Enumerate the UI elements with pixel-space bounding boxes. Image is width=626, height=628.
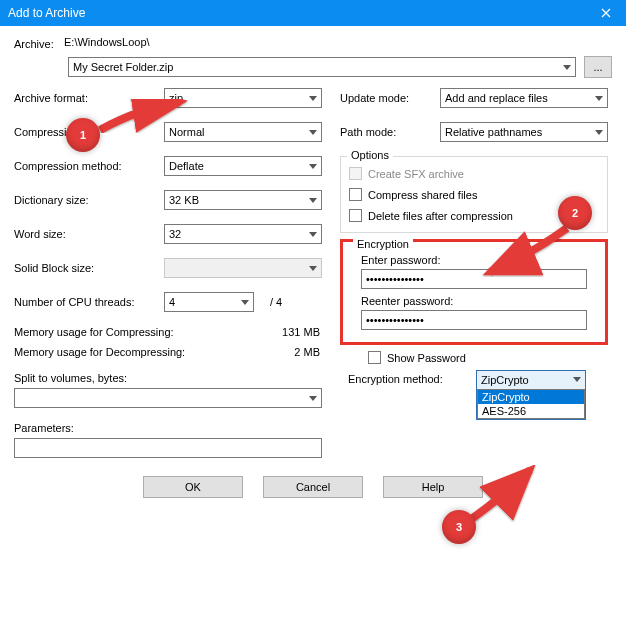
checkbox-icon bbox=[368, 351, 381, 364]
help-button[interactable]: Help bbox=[383, 476, 483, 498]
annotation-3: 3 bbox=[442, 510, 476, 544]
archive-path: E:\WindowsLoop\ bbox=[64, 36, 150, 52]
mem-decompress-value: 2 MB bbox=[224, 346, 322, 358]
compression-level-select[interactable]: Normal bbox=[164, 122, 322, 142]
split-label: Split to volumes, bytes: bbox=[14, 372, 322, 384]
enter-password-label: Enter password: bbox=[361, 254, 597, 266]
dialog-footer: OK Cancel Help bbox=[14, 464, 612, 512]
ok-label: OK bbox=[185, 481, 201, 493]
encryption-method-value: ZipCrypto bbox=[481, 374, 529, 386]
compression-method-select[interactable]: Deflate bbox=[164, 156, 322, 176]
path-mode-label: Path mode: bbox=[340, 126, 440, 138]
cancel-label: Cancel bbox=[296, 481, 330, 493]
ok-button[interactable]: OK bbox=[143, 476, 243, 498]
cancel-button[interactable]: Cancel bbox=[263, 476, 363, 498]
checkbox-icon bbox=[349, 188, 362, 201]
word-size-value: 32 bbox=[169, 228, 181, 240]
close-icon bbox=[601, 8, 611, 18]
cpu-total: / 4 bbox=[270, 296, 282, 308]
shared-checkbox[interactable]: Compress shared files bbox=[349, 188, 599, 201]
browse-button[interactable]: ... bbox=[584, 56, 612, 78]
cpu-threads-label: Number of CPU threads: bbox=[14, 296, 164, 308]
path-mode-value: Relative pathnames bbox=[445, 126, 542, 138]
archive-name-value: My Secret Folder.zip bbox=[73, 61, 173, 73]
archive-name-input[interactable]: My Secret Folder.zip bbox=[68, 57, 576, 77]
word-size-select[interactable]: 32 bbox=[164, 224, 322, 244]
options-legend: Options bbox=[347, 149, 393, 161]
archive-format-select[interactable]: zip bbox=[164, 88, 322, 108]
archive-format-label: Archive format: bbox=[14, 92, 164, 104]
close-button[interactable] bbox=[586, 0, 626, 26]
cpu-threads-select[interactable]: 4 bbox=[164, 292, 254, 312]
sfx-checkbox: Create SFX archive bbox=[349, 167, 599, 180]
encryption-legend: Encryption bbox=[353, 238, 413, 250]
archive-format-value: zip bbox=[169, 92, 183, 104]
solid-block-label: Solid Block size: bbox=[14, 262, 164, 274]
mem-compress-value: 131 MB bbox=[224, 326, 322, 338]
reenter-password-input[interactable]: ••••••••••••••• bbox=[361, 310, 587, 330]
checkbox-icon bbox=[349, 209, 362, 222]
archive-label: Archive: bbox=[14, 38, 64, 50]
delete-label: Delete files after compression bbox=[368, 210, 513, 222]
mem-compress-label: Memory usage for Compressing: bbox=[14, 326, 224, 338]
encryption-fieldset: Encryption Enter password: •••••••••••••… bbox=[340, 239, 608, 345]
parameters-label: Parameters: bbox=[14, 422, 322, 434]
annotation-2: 2 bbox=[558, 196, 592, 230]
dropdown-option[interactable]: AES-256 bbox=[478, 404, 584, 418]
enter-password-input[interactable]: ••••••••••••••• bbox=[361, 269, 587, 289]
compression-level-value: Normal bbox=[169, 126, 204, 138]
update-mode-value: Add and replace files bbox=[445, 92, 548, 104]
cpu-threads-value: 4 bbox=[169, 296, 175, 308]
dictionary-select[interactable]: 32 KB bbox=[164, 190, 322, 210]
dictionary-value: 32 KB bbox=[169, 194, 199, 206]
show-password-label: Show Password bbox=[387, 352, 466, 364]
dictionary-label: Dictionary size: bbox=[14, 194, 164, 206]
update-mode-label: Update mode: bbox=[340, 92, 440, 104]
parameters-input[interactable] bbox=[14, 438, 322, 458]
path-mode-select[interactable]: Relative pathnames bbox=[440, 122, 608, 142]
enter-password-value: ••••••••••••••• bbox=[366, 273, 424, 285]
sfx-label: Create SFX archive bbox=[368, 168, 464, 180]
mem-decompress-label: Memory usage for Decompressing: bbox=[14, 346, 224, 358]
compression-method-label: Compression method: bbox=[14, 160, 164, 172]
encryption-method-list: ZipCrypto AES-256 bbox=[477, 389, 585, 419]
split-select[interactable] bbox=[14, 388, 322, 408]
update-mode-select[interactable]: Add and replace files bbox=[440, 88, 608, 108]
checkbox-icon bbox=[349, 167, 362, 180]
word-size-label: Word size: bbox=[14, 228, 164, 240]
browse-label: ... bbox=[593, 61, 602, 73]
window-title: Add to Archive bbox=[8, 6, 85, 20]
compression-method-value: Deflate bbox=[169, 160, 204, 172]
annotation-1: 1 bbox=[66, 118, 100, 152]
solid-block-select[interactable] bbox=[164, 258, 322, 278]
show-password-checkbox[interactable]: Show Password bbox=[368, 351, 608, 364]
reenter-password-label: Reenter password: bbox=[361, 295, 597, 307]
reenter-password-value: ••••••••••••••• bbox=[366, 314, 424, 326]
dropdown-option[interactable]: ZipCrypto bbox=[478, 390, 584, 404]
help-label: Help bbox=[422, 481, 445, 493]
encryption-method-select[interactable]: ZipCrypto ZipCrypto AES-256 bbox=[476, 370, 586, 420]
shared-label: Compress shared files bbox=[368, 189, 477, 201]
encryption-method-label: Encryption method: bbox=[348, 370, 468, 385]
titlebar: Add to Archive bbox=[0, 0, 626, 26]
